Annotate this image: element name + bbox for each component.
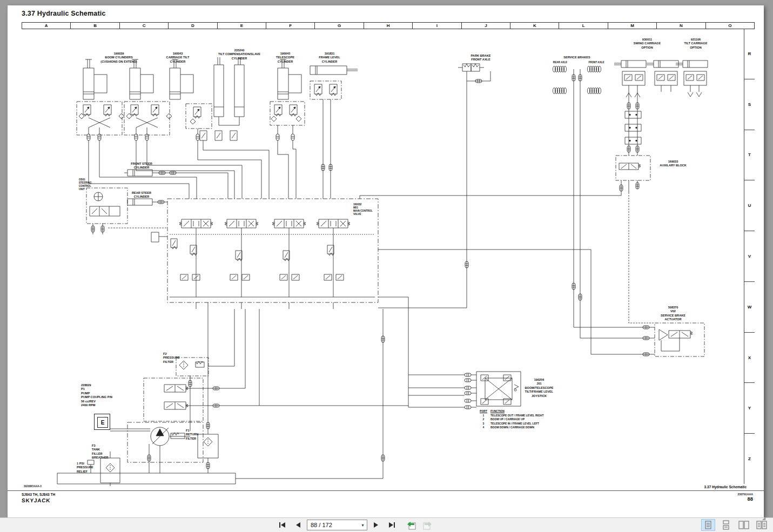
label-service-brakes: SERVICE BRAKES [550, 56, 604, 59]
label-telescope: 190045 TELESCOPE CYLINDER [264, 52, 307, 64]
grid-col: D [169, 23, 217, 29]
function-header: FUNCTION [490, 409, 563, 413]
page-number-value: 88 / 172 [307, 522, 359, 528]
grid-row: W [744, 282, 755, 333]
dropdown-caret-icon[interactable]: ▾ [359, 523, 367, 528]
continuous-page-icon [721, 520, 731, 530]
main-control-valve-symbol [151, 199, 378, 309]
label-main-valve: 160032 M01 MAIN CONTROL VALVE [353, 203, 379, 216]
book-view-icon [756, 520, 768, 530]
carriage-tilt-symbol [170, 59, 212, 140]
prev-page-button[interactable] [291, 519, 305, 531]
nav-back-icon [406, 521, 417, 530]
swing-carriage-symbol [614, 60, 678, 156]
port-fn: BOOM UP / CARRIAGE UP [490, 417, 563, 421]
park-brake-symbol [378, 64, 490, 308]
grid-col: N [657, 23, 705, 29]
view-mode-group: ◢ [701, 519, 769, 531]
viewer-toolbar: 88 / 172 ▾ ◢ [0, 517, 773, 532]
grid-row: Z [744, 434, 755, 484]
nav-back-button[interactable] [405, 519, 419, 531]
page-number-input[interactable]: 88 / 172 ▾ [307, 520, 367, 530]
nav-forward-icon [422, 521, 433, 530]
prev-page-icon [295, 522, 301, 528]
label-joystick: 190256 J01 BOOM/TELESCOPE TILT/FRAME LEV… [514, 378, 564, 398]
footer-divider [8, 490, 764, 491]
footer-models: SJ643 TH, SJ843 TH [22, 493, 55, 496]
footer-section: 3.37 Hydraulic Schematic [656, 485, 747, 489]
tilt-comp-symbol [200, 57, 244, 140]
pdf-viewer-window: 3.37 Hydraulic Schematic A B C D E F G H… [0, 0, 773, 532]
label-psi-relief: 1 PSI PRESSURE RELIEF [77, 462, 99, 474]
port-fn: TELESCOPE OUT / FRAME LEVEL RIGHT [490, 414, 563, 417]
port-num: 2 [476, 417, 490, 421]
joystick-port-table: PORT FUNCTION 1 TELESCOPE OUT / FRAME LE… [476, 409, 563, 429]
grid-col: O [706, 23, 754, 29]
view-continuous-button[interactable] [719, 519, 733, 531]
resize-grip: ◢ [762, 516, 768, 519]
telescope-symbol [270, 59, 305, 140]
port-num: 1 [476, 414, 490, 417]
port-header: PORT [476, 409, 490, 413]
joystick-symbol [378, 297, 521, 409]
grid-col: B [71, 23, 119, 29]
grid-col: H [364, 23, 413, 29]
view-single-button[interactable] [701, 519, 715, 531]
view-facing-button[interactable] [737, 519, 751, 531]
skyjack-logo: SKYJACK [22, 497, 51, 503]
last-page-icon [388, 522, 395, 528]
label-swing-carriage: 930011 SWING CARRIAGE OPTION [621, 38, 673, 50]
pdf-page: 3.37 Hydraulic Schematic A B C D E F G H… [8, 5, 764, 517]
drawing-code: 30208K5AAA-3 [24, 485, 42, 488]
grid-col: K [510, 23, 559, 29]
pressure-filter-symbol [176, 309, 234, 431]
grid-col: L [559, 23, 608, 29]
hydraulic-schematic-svg [8, 5, 764, 517]
label-pressure-filter: F2 PRESSURE FILTER [163, 352, 186, 364]
view-book-button[interactable] [755, 519, 769, 531]
grid-column-header: A B C D E F G H I J K L M N O [22, 22, 755, 29]
label-tilt-carriage: 921106 TILT CARRIAGE OPTION [671, 38, 720, 50]
label-park-brake: PARK BRAKE FRONT AXLE [454, 54, 508, 62]
label-steering-unit: OS01 STEERING CONTROL UNIT [79, 178, 104, 191]
single-page-icon [703, 520, 714, 530]
brake-actuator-symbol [655, 323, 704, 356]
label-aux-block: 169033 AUXILARY BLOCK [651, 160, 695, 168]
next-page-button[interactable] [369, 519, 383, 531]
first-page-button[interactable] [275, 519, 290, 531]
nav-forward-button[interactable] [420, 519, 434, 531]
label-carriage-tilt: 190043 CARRIAGE TILT CYLINDER [151, 52, 205, 64]
first-page-icon [279, 522, 286, 528]
aux-block-symbol [360, 156, 655, 323]
last-page-button[interactable] [385, 519, 399, 531]
grid-col: M [608, 23, 657, 29]
grid-row: S [744, 79, 755, 130]
grid-row: T [744, 130, 755, 181]
grid-col: E [218, 23, 266, 29]
label-front-axle: FRONT AXLE [583, 61, 609, 64]
grid-col: J [462, 23, 510, 29]
grid-col: G [315, 23, 364, 29]
label-brake-actuator: 508370 V02 SERVICE BRAKE ACTUATOR [643, 306, 703, 322]
label-pump: 228829 P1 PUMP PUMP COUPLING P/N 56 cc/R… [81, 383, 120, 407]
label-tank-breather: F3 TANK FILLER BREATHER [92, 444, 120, 460]
footer-page-number: 88 [703, 496, 753, 502]
grid-col: C [120, 23, 169, 29]
port-num: 3 [476, 422, 490, 425]
tilt-carriage-symbol [676, 60, 708, 97]
port-fn: BOOM DOWN / CARRIAGE DOWN [490, 426, 563, 429]
grid-col: A [22, 23, 71, 29]
grid-row: Y [744, 383, 755, 434]
grid-row: X [744, 333, 755, 383]
grid-col: I [413, 23, 461, 29]
label-rear-axle: REAR AXLE [548, 61, 573, 64]
next-page-icon [373, 522, 379, 528]
document-canvas[interactable]: 3.37 Hydraulic Schematic A B C D E F G H… [0, 0, 773, 517]
label-rear-steer: REAR STEER CYLINDER [119, 191, 164, 199]
page-title: 3.37 Hydraulic Schematic [22, 10, 106, 17]
grid-col: F [266, 23, 315, 29]
engine-label: E [97, 417, 108, 428]
label-return-filter: F1 RETURN FILTER [186, 429, 209, 441]
service-brakes-symbol [553, 66, 655, 339]
frame-level-symbol [310, 66, 358, 199]
